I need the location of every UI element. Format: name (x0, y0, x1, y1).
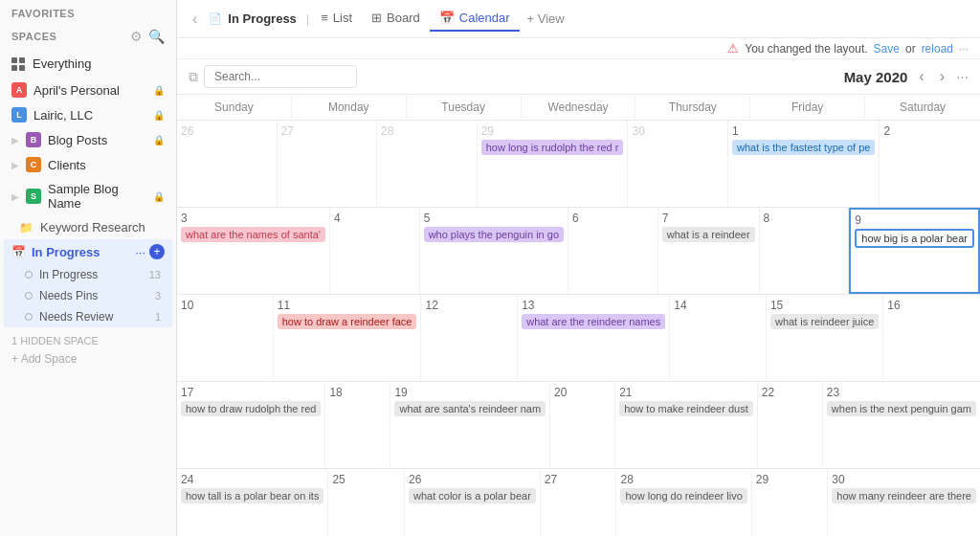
sidebar-item-lairic-llc[interactable]: L Lairic, LLC 🔒 (0, 102, 176, 127)
calendar-cell[interactable]: 6 (568, 208, 658, 294)
calendar-body: 26272829how long is rudolph the red r301… (177, 121, 980, 536)
calendar-event[interactable]: how to draw a reindeer face (278, 314, 417, 329)
tab-board[interactable]: ⊞ Board (362, 6, 430, 32)
calendar-cell[interactable]: 12 (421, 295, 518, 381)
cal-date: 17 (181, 386, 321, 399)
save-link[interactable]: Save (874, 42, 900, 56)
tab-list-label: List (333, 11, 352, 25)
calendar-cell[interactable]: 4 (330, 208, 420, 294)
calendar-more-btn[interactable]: ⋯ (956, 70, 969, 84)
add-space-btn[interactable]: + Add Space (0, 348, 176, 369)
cal-date: 21 (619, 386, 753, 399)
calendar-cell[interactable]: 28 (377, 121, 478, 207)
sidebar-item-blog-posts[interactable]: ▶ B Blog Posts 🔒 (0, 127, 176, 152)
filter-icon[interactable]: ⧉ (189, 69, 198, 85)
reload-link[interactable]: reload (922, 42, 953, 56)
add-view-btn[interactable]: + View (520, 7, 572, 31)
calendar-cell[interactable]: 30how many reindeer are there (828, 469, 980, 536)
cal-date: 15 (770, 299, 879, 312)
sidebar-sub-item-needs-pins[interactable]: Needs Pins 3 (4, 285, 172, 306)
calendar-event[interactable]: what color is a polar bear (409, 488, 536, 503)
in-progress-more-btn[interactable]: ··· (135, 245, 145, 259)
calendar-event[interactable]: when is the next penguin gam (827, 401, 976, 416)
calendar-cell[interactable]: 16 (883, 295, 980, 381)
in-progress-header[interactable]: 📅 In Progress ··· + (4, 239, 172, 264)
calendar-event[interactable]: how many reindeer are there (832, 488, 976, 503)
next-month-btn[interactable]: › (936, 66, 948, 87)
calendar-event[interactable]: what is the fastest type of pe (732, 140, 875, 155)
calendar-cell[interactable]: 29 (752, 469, 829, 536)
calendar-event[interactable]: what is a reindeer (662, 227, 755, 242)
calendar-cell[interactable]: 17how to draw rudolph the red (177, 382, 325, 468)
calendar-event[interactable]: what is reindeer juice (770, 314, 879, 329)
calendar-event[interactable]: how tall is a polar bear on its (181, 488, 323, 503)
calendar-event[interactable]: how long is rudolph the red r (481, 140, 624, 155)
prev-month-btn[interactable]: ‹ (915, 66, 927, 87)
cal-date: 22 (762, 386, 818, 399)
calendar-event[interactable]: what are the reindeer names (522, 314, 665, 329)
tab-calendar[interactable]: 📅 Calendar (430, 6, 520, 32)
sidebar-sub-item-in-progress[interactable]: In Progress 13 (4, 264, 172, 285)
calendar-cell[interactable]: 2 (880, 121, 980, 207)
sidebar-item-aprils-personal[interactable]: A April's Personal 🔒 (0, 78, 176, 102)
sidebar-item-sample-blog-name[interactable]: ▶ S Sample Blog Name 🔒 (0, 177, 176, 215)
calendar-event[interactable]: how big is a polar bear (855, 229, 974, 248)
calendar-cell[interactable]: 19what are santa's reindeer nam (390, 382, 550, 468)
calendar-cell[interactable]: 26what color is a polar bear (405, 469, 541, 536)
calendar-cell[interactable]: 25 (328, 469, 405, 536)
add-item-btn[interactable]: + (149, 244, 165, 259)
calendar-event[interactable]: how to draw rudolph the red (181, 401, 321, 416)
calendar-cell[interactable]: 11how to draw a reindeer face (274, 295, 422, 381)
calendar-cell[interactable]: 5who plays the penguin in go (420, 208, 568, 294)
tab-list[interactable]: ≡ List (311, 6, 362, 32)
calendar-event[interactable]: what are the names of santa' (181, 227, 325, 242)
sidebar-item-keyword-research[interactable]: 📁 Keyword Research (0, 215, 176, 239)
calendar-cell[interactable]: 14 (670, 295, 767, 381)
calendar-cell[interactable]: 7what is a reindeer (658, 208, 760, 294)
calendar-cell[interactable]: 22 (758, 382, 823, 468)
warning-icon: ⚠ (727, 41, 739, 56)
everything-label: Everything (33, 56, 91, 71)
calendar-cell[interactable]: 27 (278, 121, 378, 207)
calendar-event[interactable]: how long do reindeer livo (620, 488, 746, 503)
cal-date: 23 (827, 386, 976, 399)
settings-icon[interactable]: ⚙ (130, 29, 143, 44)
sidebar-item-clients[interactable]: ▶ C Clients (0, 152, 176, 177)
tab-calendar-label: Calendar (459, 11, 510, 25)
calendar-cell[interactable]: 8 (760, 208, 850, 294)
calendar-cell[interactable]: 3what are the names of santa' (177, 208, 330, 294)
month-title: May 2020 (844, 69, 908, 85)
calendar-cell[interactable]: 9how big is a polar bear (849, 208, 980, 294)
tab-board-label: Board (387, 11, 420, 25)
cal-date: 6 (572, 212, 654, 225)
search-icon[interactable]: 🔍 (148, 29, 165, 44)
calendar-cell[interactable]: 29how long is rudolph the red r (478, 121, 629, 207)
calendar-event[interactable]: how to make reindeer dust (619, 401, 753, 416)
more-btn[interactable]: ··· (959, 42, 969, 56)
calendar-icon: 📅 (439, 11, 455, 25)
calendar-cell[interactable]: 24how tall is a polar bear on its (177, 469, 328, 536)
calendar-cell[interactable]: 13what are the reindeer names (518, 295, 670, 381)
calendar-cell[interactable]: 20 (550, 382, 615, 468)
sidebar-sub-item-needs-review[interactable]: Needs Review 1 (4, 306, 172, 327)
calendar-cell[interactable]: 10 (177, 295, 274, 381)
sidebar-item-everything[interactable]: Everything (0, 50, 176, 78)
calendar-cell[interactable]: 15what is reindeer juice (767, 295, 883, 381)
calendar-cell[interactable]: 18 (325, 382, 390, 468)
search-input[interactable] (204, 65, 357, 88)
calendar-cell[interactable]: 23when is the next penguin gam (823, 382, 980, 468)
nav-back-btn[interactable]: ‹ (189, 9, 201, 30)
filter-area: ⧉ (189, 65, 357, 88)
calendar-cell[interactable]: 21how to make reindeer dust (615, 382, 758, 468)
cal-date: 20 (554, 386, 611, 399)
calendar-event[interactable]: who plays the penguin in go (424, 227, 564, 242)
dot-icon (25, 292, 33, 300)
calendar-cell[interactable]: 27 (541, 469, 617, 536)
calendar-cell[interactable]: 30 (628, 121, 728, 207)
calendar-cell[interactable]: 28how long do reindeer livo (616, 469, 751, 536)
cal-date: 25 (332, 473, 400, 486)
calendar-nav: May 2020 ‹ › ⋯ (844, 66, 969, 87)
calendar-event[interactable]: what are santa's reindeer nam (394, 401, 546, 416)
calendar-cell[interactable]: 26 (177, 121, 278, 207)
calendar-cell[interactable]: 1what is the fastest type of pe (728, 121, 880, 207)
